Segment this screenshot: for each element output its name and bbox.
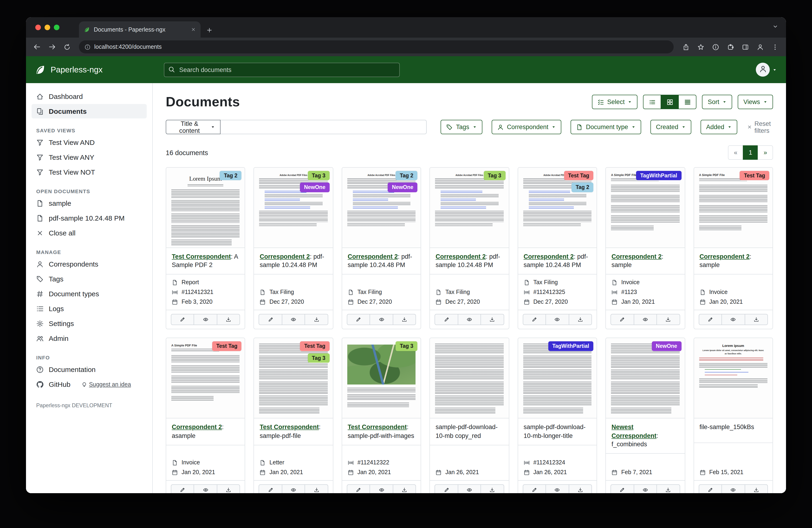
sidebar-item-document-types[interactable]: Document types bbox=[32, 286, 147, 301]
download-button[interactable] bbox=[393, 485, 416, 493]
filter-text-input[interactable] bbox=[220, 120, 427, 134]
filter-created-button[interactable]: Created bbox=[650, 120, 691, 134]
preview-button[interactable] bbox=[634, 314, 657, 325]
preview-button[interactable] bbox=[458, 314, 481, 325]
preview-button[interactable] bbox=[722, 485, 745, 493]
download-button[interactable] bbox=[568, 485, 592, 493]
document-thumbnail[interactable]: NewOne bbox=[606, 338, 684, 419]
sidebar-item-test-view-and[interactable]: Test View AND bbox=[32, 135, 147, 149]
new-tab-button[interactable] bbox=[206, 27, 213, 33]
pagination-prev-button[interactable]: « bbox=[728, 145, 743, 160]
tag-badge[interactable]: Tag 3 bbox=[483, 171, 505, 181]
document-thumbnail[interactable]: Adobe Acrobat PDF FilesTest TagTag 2 bbox=[518, 168, 597, 248]
sidebar-item-logs[interactable]: Logs bbox=[32, 301, 147, 316]
sidebar-item-test-view-any[interactable]: Test View ANY bbox=[32, 150, 147, 165]
correspondent-link[interactable]: Test Correspondent bbox=[172, 253, 231, 260]
correspondent-link[interactable]: Correspondent 2 bbox=[699, 253, 750, 260]
edit-button[interactable] bbox=[698, 314, 722, 325]
document-thumbnail[interactable]: Adobe Acrobat PDF FilesTag 3 bbox=[430, 168, 509, 248]
download-button[interactable] bbox=[305, 485, 328, 493]
download-button[interactable] bbox=[217, 314, 240, 325]
pagination-next-button[interactable]: » bbox=[758, 145, 773, 160]
edit-button[interactable] bbox=[523, 314, 546, 325]
tag-badge[interactable]: Tag 3 bbox=[308, 353, 329, 363]
sort-button[interactable]: Sort bbox=[702, 95, 733, 109]
preview-button[interactable] bbox=[370, 485, 393, 493]
document-card[interactable]: Lorem ipsumLorem ipsum dolor sit amet, c… bbox=[693, 338, 773, 493]
sidebar-item-tags[interactable]: Tags bbox=[32, 272, 147, 286]
window-zoom-button[interactable] bbox=[54, 25, 59, 30]
tag-badge[interactable]: Tag 2 bbox=[220, 171, 242, 181]
select-button[interactable]: Select bbox=[592, 95, 638, 109]
edit-button[interactable] bbox=[610, 314, 634, 325]
document-thumbnail[interactable]: Adobe Acrobat PDF FilesTag 2NewOne bbox=[342, 168, 421, 248]
document-thumbnail[interactable]: A Simple PDF FileTest Tag bbox=[694, 168, 772, 248]
view-grid-button[interactable] bbox=[661, 95, 679, 109]
reset-filters-button[interactable]: Reset filters bbox=[747, 120, 773, 134]
tag-badge[interactable]: Tag 3 bbox=[308, 171, 329, 181]
reload-button[interactable] bbox=[60, 40, 73, 53]
document-card[interactable]: A Simple PDF FileTest TagCorrespondent 2… bbox=[693, 167, 773, 329]
browser-profile-button[interactable] bbox=[754, 40, 767, 53]
sidebar-item-admin[interactable]: Admin bbox=[32, 331, 147, 345]
preview-button[interactable] bbox=[722, 314, 745, 325]
share-button[interactable] bbox=[679, 40, 692, 53]
edit-button[interactable] bbox=[171, 485, 194, 493]
download-button[interactable] bbox=[656, 314, 680, 325]
sidebar-item-correspondents[interactable]: Correspondents bbox=[32, 257, 147, 271]
suggest-idea-link[interactable]: Suggest an idea bbox=[81, 381, 131, 387]
document-card[interactable]: NewOneNewest Correspondent: f_combinedsF… bbox=[605, 338, 685, 493]
edit-button[interactable] bbox=[347, 485, 370, 493]
search-input[interactable] bbox=[164, 62, 400, 77]
user-menu[interactable] bbox=[756, 63, 786, 76]
download-button[interactable] bbox=[656, 485, 680, 493]
views-button[interactable]: Views bbox=[738, 95, 773, 109]
download-button[interactable] bbox=[568, 314, 592, 325]
filter-tags-button[interactable]: Tags bbox=[441, 120, 482, 134]
edit-button[interactable] bbox=[347, 314, 370, 325]
download-button[interactable] bbox=[744, 485, 768, 493]
document-thumbnail[interactable]: Tag 3 bbox=[342, 338, 421, 419]
preview-button[interactable] bbox=[458, 485, 481, 493]
edit-button[interactable] bbox=[610, 485, 634, 493]
preview-button[interactable] bbox=[546, 314, 569, 325]
document-card[interactable]: A Simple PDF FileTagWithPartialCorrespon… bbox=[605, 167, 685, 329]
page-info-button[interactable] bbox=[709, 40, 722, 53]
preview-button[interactable] bbox=[370, 314, 393, 325]
sidebar-item-sample[interactable]: sample bbox=[32, 196, 147, 210]
edit-button[interactable] bbox=[435, 485, 458, 493]
document-thumbnail[interactable] bbox=[430, 338, 509, 419]
filter-added-button[interactable]: Added bbox=[700, 120, 737, 134]
document-card[interactable]: Tag 3Test Correspondent: sample-pdf-with… bbox=[342, 338, 421, 493]
tag-badge[interactable]: Test Tag bbox=[564, 171, 593, 181]
extensions-button[interactable] bbox=[724, 40, 737, 53]
tab-search-chevron-icon[interactable] bbox=[772, 23, 779, 30]
sidebar-item-dashboard[interactable]: Dashboard bbox=[32, 89, 147, 103]
sidebar-item-github[interactable]: GitHubSuggest an idea bbox=[32, 377, 147, 391]
browser-tab[interactable]: Documents - Paperless-ngx bbox=[79, 22, 201, 38]
edit-button[interactable] bbox=[259, 314, 282, 325]
view-details-button[interactable] bbox=[679, 95, 697, 109]
filter-field-dropdown[interactable]: Title & content bbox=[166, 120, 220, 134]
correspondent-link[interactable]: Correspondent 2 bbox=[260, 253, 310, 260]
sidebar-item-close-all[interactable]: Close all bbox=[32, 226, 147, 240]
sidebar-item-documentation[interactable]: Documentation bbox=[32, 362, 147, 376]
preview-button[interactable] bbox=[194, 314, 217, 325]
document-card[interactable]: Lorem IpsumTag 2Test Correspondent: A Sa… bbox=[166, 167, 245, 329]
download-button[interactable] bbox=[480, 485, 504, 493]
edit-button[interactable] bbox=[171, 314, 194, 325]
correspondent-link[interactable]: Newest Correspondent bbox=[611, 424, 656, 439]
url-bar[interactable]: localhost:4200/documents bbox=[79, 40, 673, 53]
download-button[interactable] bbox=[217, 485, 240, 493]
forward-button[interactable] bbox=[45, 40, 58, 53]
tag-badge[interactable]: TagWithPartial bbox=[548, 342, 593, 351]
download-button[interactable] bbox=[305, 314, 328, 325]
tab-close-icon[interactable] bbox=[191, 27, 196, 32]
preview-button[interactable] bbox=[282, 314, 305, 325]
document-card[interactable]: sample-pdf-download-10-mb copy_redJan 26… bbox=[430, 338, 509, 493]
document-thumbnail[interactable]: A Simple PDF FileTagWithPartial bbox=[606, 168, 684, 248]
document-card[interactable]: Test TagTag 3Test Correspondent: sample-… bbox=[254, 338, 333, 493]
tag-badge[interactable]: NewOne bbox=[300, 183, 330, 192]
tag-badge[interactable]: Tag 2 bbox=[395, 171, 417, 181]
sidebar-item-pdf-sample-10-24-48-pm[interactable]: pdf-sample 10.24.48 PM bbox=[32, 211, 147, 225]
